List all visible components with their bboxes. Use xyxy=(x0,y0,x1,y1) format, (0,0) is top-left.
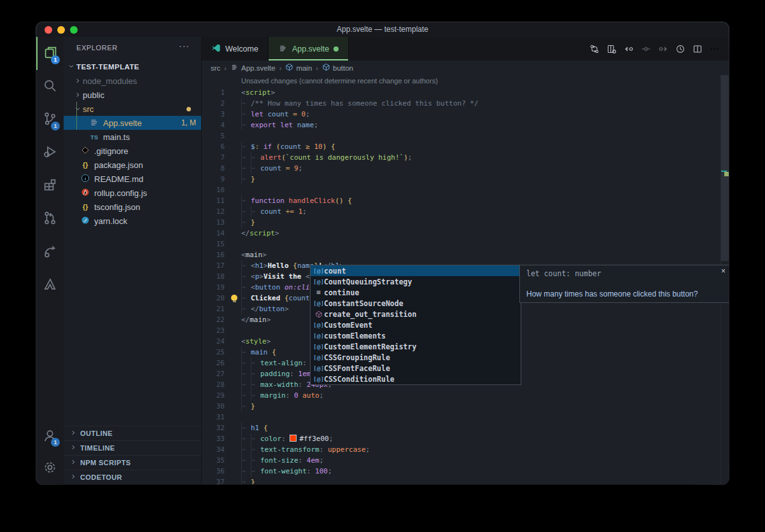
code-line[interactable]: 29→→margin: 0 auto; xyxy=(202,390,729,401)
code-line[interactable]: 7→→alert(`count is dangerously high!`); xyxy=(202,152,729,163)
code-token: font-size xyxy=(260,456,298,465)
file-history-icon[interactable] xyxy=(675,44,685,54)
file-tree-item-README.md[interactable]: README.md xyxy=(64,172,201,186)
more-actions-icon[interactable]: ··· xyxy=(179,41,190,51)
title-bar[interactable]: App.svelte — test-template xyxy=(36,22,729,38)
suggest-item-CustomElementRegistry[interactable]: [@]CustomElementRegistry xyxy=(311,341,521,352)
file-tree-item-tsconfig.json[interactable]: {}tsconfig.json xyxy=(64,200,201,214)
breadcrumb-item-src[interactable]: src xyxy=(211,64,220,72)
file-tree-item-public[interactable]: public xyxy=(64,88,201,102)
editor-actions xyxy=(589,37,729,60)
indent-guide: → xyxy=(241,358,251,368)
suggest-item-CSSFontFaceRule[interactable]: [@]CSSFontFaceRule xyxy=(311,363,521,374)
suggest-item-ConstantSourceNode[interactable]: [@]ConstantSourceNode xyxy=(311,298,521,309)
close-window-button[interactable] xyxy=(45,26,52,34)
previous-change-icon[interactable] xyxy=(624,44,634,54)
code-line[interactable]: 9→} xyxy=(202,174,729,185)
code-token: 0 xyxy=(294,391,302,400)
code-line[interactable]: 4→export let name; xyxy=(202,120,729,130)
file-tree-item-.gitignore[interactable]: .gitignore xyxy=(64,144,201,158)
file-name: src xyxy=(83,104,94,114)
code-line[interactable]: 3→let count = 0; xyxy=(202,109,729,120)
code-line[interactable]: 13→} xyxy=(202,217,729,228)
code-token: h1 xyxy=(251,424,263,432)
sidebar-panel-codetour[interactable]: CODETOUR xyxy=(64,470,201,484)
file-lines-icon xyxy=(230,63,239,73)
activity-bar-item-extensions[interactable] xyxy=(36,169,64,202)
next-change-icon[interactable] xyxy=(658,44,668,54)
code-token: uppercase xyxy=(328,445,366,454)
code-line[interactable]: 11→function handleClick() { xyxy=(202,195,729,206)
activity-bar-item-search[interactable] xyxy=(36,70,64,103)
breadcrumb-item-button[interactable]: button xyxy=(322,63,353,73)
file-tree-item-main.ts[interactable]: TSmain.ts xyxy=(64,130,201,144)
code-line[interactable]: 15 xyxy=(202,239,729,249)
symbol-variable-icon: [@] xyxy=(313,354,324,361)
file-tree-item-src[interactable]: src xyxy=(64,102,201,116)
code-line[interactable]: 33→→color: #ff3e00; xyxy=(202,433,729,444)
file-tree-item-rollup.config.js[interactable]: rollup.config.js xyxy=(64,186,201,200)
current-position-icon[interactable] xyxy=(641,44,651,54)
code-line[interactable]: 36→→font-weight: 100; xyxy=(202,466,729,477)
code-line[interactable]: 37→} xyxy=(202,477,729,484)
tab-app-svelte[interactable]: App.svelte xyxy=(269,37,349,60)
code-line[interactable]: 16<main> xyxy=(202,249,729,260)
suggest-item-customElements[interactable]: [@]customElements xyxy=(311,330,521,341)
activity-bar-item-github-pull-requests[interactable] xyxy=(36,202,64,235)
code-token: < xyxy=(241,337,246,346)
code-line[interactable]: 12→→count += 1; xyxy=(202,206,729,217)
split-editor-icon[interactable] xyxy=(692,44,703,54)
breadcrumb-item-app-svelte[interactable]: App.svelte xyxy=(230,63,276,73)
minimize-window-button[interactable] xyxy=(57,26,65,34)
breadcrumb-item-main[interactable]: main xyxy=(285,63,312,73)
activity-bar-item-settings[interactable] xyxy=(36,452,64,484)
activity-bar-item-run-debug[interactable] xyxy=(36,136,64,169)
lightbulb-icon[interactable] xyxy=(231,295,237,301)
file-tree-item-node_modules[interactable]: node_modules xyxy=(64,74,201,88)
suggest-item-CustomEvent[interactable]: [@]CustomEvent xyxy=(311,319,521,330)
activity-bar-item-explorer[interactable]: 1 xyxy=(36,37,64,70)
tab-welcome[interactable]: Welcome xyxy=(202,37,269,60)
code-line[interactable]: 1<script> xyxy=(202,87,729,98)
sidebar-panel-timeline[interactable]: TIMELINE xyxy=(64,440,201,455)
code-line[interactable]: 30→} xyxy=(202,401,729,412)
code-line[interactable]: 2→/** How many times has someone clicked… xyxy=(202,98,729,109)
suggest-item-CountQueuingStrategy[interactable]: [@]CountQueuingStrategy xyxy=(311,276,521,287)
sidebar-panel-npm-scripts[interactable]: NPM SCRIPTS xyxy=(64,455,201,470)
tree-root-folder[interactable]: TEST-TEMPLATE xyxy=(64,60,201,74)
code-line[interactable]: 35→→font-size: 4em; xyxy=(202,455,729,466)
activity-bar-item-azure[interactable] xyxy=(36,269,64,302)
indent-guide: → xyxy=(241,379,251,390)
file-tree-item-yarn.lock[interactable]: yarn.lock xyxy=(64,214,201,228)
code-line[interactable]: 14</script> xyxy=(202,228,729,239)
zoom-window-button[interactable] xyxy=(70,26,78,34)
code-line[interactable]: 31 xyxy=(202,412,729,423)
search-icon xyxy=(43,78,57,95)
code-token: = xyxy=(293,110,301,118)
activity-bar-item-live-share[interactable] xyxy=(36,235,64,269)
code-line[interactable]: 32→h1 { xyxy=(202,423,729,433)
activity-bar-item-account[interactable]: 1 xyxy=(36,421,64,452)
code-line[interactable]: 10 xyxy=(202,185,729,195)
suggest-item-continue[interactable]: ≡continue xyxy=(311,287,521,298)
file-tree-item-App.svelte[interactable]: App.svelte1, M xyxy=(64,116,201,130)
code-line[interactable]: 5 xyxy=(202,130,729,141)
code-line[interactable]: 6→$: if (count ≥ 10) { xyxy=(202,141,729,152)
scrollbar-slider[interactable] xyxy=(721,75,729,261)
suggest-item-CSSGroupingRule[interactable]: [@]CSSGroupingRule xyxy=(311,352,521,363)
source-control-graph-icon[interactable] xyxy=(589,44,600,54)
indent-guide: → xyxy=(241,271,251,282)
suggest-item-count[interactable]: [@]count xyxy=(311,265,521,276)
activity-bar-item-source-control[interactable]: 1 xyxy=(36,103,64,136)
suggest-item-CSSConditionRule[interactable]: [@]CSSConditionRule xyxy=(311,374,521,384)
file-tree-item-package.json[interactable]: {}package.json xyxy=(64,158,201,172)
panel-label: TIMELINE xyxy=(80,444,115,452)
code-line[interactable]: 34→→text-transform: uppercase; xyxy=(202,444,729,455)
code-line[interactable]: 8→→count = 9; xyxy=(202,163,729,174)
codelens-annotation[interactable]: Unsaved changes (cannot determine recent… xyxy=(202,75,729,87)
more-actions-icon[interactable] xyxy=(710,44,720,54)
suggest-item-create_out_transition[interactable]: create_out_transition xyxy=(311,309,521,319)
sidebar-panel-outline[interactable]: OUTLINE xyxy=(64,426,201,440)
open-changes-icon[interactable] xyxy=(607,44,617,54)
close-icon[interactable]: × xyxy=(721,267,726,276)
